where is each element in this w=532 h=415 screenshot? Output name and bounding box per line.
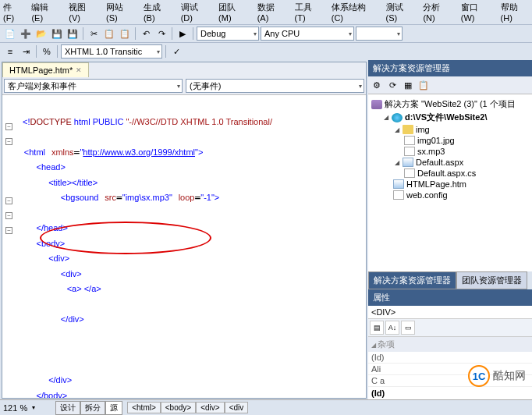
tree-folder-img[interactable]: ◢img	[371, 124, 529, 135]
tab-label: HTMLPage.htm*	[9, 66, 73, 75]
format-icon[interactable]: ≡	[3, 44, 17, 59]
refresh-icon[interactable]: ⟳	[385, 78, 399, 92]
menu-tools[interactable]: 工具(T)	[295, 2, 322, 23]
expand-icon[interactable]: ◢	[382, 114, 389, 121]
explorer-tabstrip: 解决方案资源管理器 团队资源管理器	[368, 271, 532, 289]
menu-edit[interactable]: 编辑(E)	[31, 2, 59, 23]
tab-solution-explorer[interactable]: 解决方案资源管理器	[368, 271, 456, 289]
close-icon[interactable]: ✕	[76, 66, 82, 74]
event-dropdown[interactable]: (无事件)	[186, 79, 364, 93]
categorized-icon[interactable]: ▤	[370, 321, 384, 335]
editor-pane: HTMLPage.htm* ✕ 客户端对象和事件 (无事件) <!DOCTYPE…	[2, 62, 367, 399]
separator	[36, 45, 37, 58]
crumb-div2[interactable]: <div	[225, 402, 249, 413]
outline-toggle[interactable]: −	[5, 227, 12, 234]
indent-icon[interactable]: ⇥	[19, 44, 33, 59]
tab-split[interactable]: 拆分	[80, 401, 105, 415]
crumb-div[interactable]: <div>	[196, 402, 224, 413]
separator	[83, 27, 83, 40]
tree-file[interactable]: web.config	[371, 190, 529, 200]
validate-icon[interactable]: ✓	[169, 44, 183, 59]
tab-team-explorer[interactable]: 团队资源管理器	[456, 271, 527, 289]
redo-icon[interactable]: ↷	[154, 27, 168, 41]
nav-bar: 客户端对象和事件 (无事件)	[2, 77, 366, 95]
solution-icon	[371, 100, 382, 109]
add-item-icon[interactable]: ➕	[19, 27, 33, 41]
prop-row: (Id)	[368, 352, 532, 364]
cut-icon[interactable]: ✂	[87, 27, 101, 41]
watermark: 1C 酷知网	[468, 365, 526, 387]
crumb-body[interactable]: <body>	[161, 402, 196, 413]
tree-file[interactable]: HTMLPage.htm	[371, 179, 529, 190]
comment-icon[interactable]: %	[40, 44, 54, 59]
menu-test[interactable]: 测试(S)	[386, 2, 414, 23]
expand-icon[interactable]: ◢	[393, 126, 400, 133]
menu-architecture[interactable]: 体系结构(C)	[332, 2, 377, 23]
doctype-dropdown[interactable]: XHTML 1.0 Transitic	[61, 44, 162, 59]
menu-debug[interactable]: 调试(D)	[181, 2, 209, 23]
tab-htmlpage[interactable]: HTMLPage.htm* ✕	[2, 62, 89, 77]
prop-category[interactable]: ◢ 杂项	[368, 337, 532, 352]
platform-dropdown[interactable]: Any CPU	[261, 27, 354, 41]
tree-project[interactable]: ◢d:\VS文件\WebSite2\	[371, 111, 529, 124]
tag-breadcrumb: <html> <body> <div> <div	[127, 402, 248, 413]
config-dropdown[interactable]: Debug	[197, 27, 259, 41]
watermark-logo: 1C	[468, 365, 490, 387]
menu-window[interactable]: 窗口(W)	[461, 2, 491, 23]
save-icon[interactable]: 💾	[50, 27, 64, 41]
start-icon[interactable]: ▶	[176, 27, 190, 41]
menu-data[interactable]: 数据(A)	[257, 2, 286, 23]
tree-file[interactable]: Default.aspx.cs	[371, 168, 529, 179]
menubar: 件(F) 编辑(E) 视图(V) 网站(S) 生成(B) 调试(D) 团队(M)…	[0, 0, 532, 24]
tree-file-default[interactable]: ◢Default.aspx	[371, 157, 529, 168]
properties-title: 属性	[368, 289, 532, 306]
menu-view[interactable]: 视图(V)	[69, 2, 97, 23]
alpha-icon[interactable]: A↓	[385, 321, 399, 335]
pages-icon[interactable]: ▭	[401, 321, 415, 335]
menu-analyze[interactable]: 分析(N)	[423, 2, 451, 23]
crumb-html[interactable]: <html>	[127, 402, 161, 413]
zoom-level[interactable]: 121 %	[3, 403, 27, 413]
menu-file[interactable]: 件(F)	[3, 2, 22, 23]
new-project-icon[interactable]: 📄	[3, 27, 17, 41]
outline-toggle[interactable]: −	[5, 212, 12, 219]
save-all-icon[interactable]: 💾	[66, 27, 80, 41]
html-icon	[393, 179, 404, 189]
view-tabs: 设计 拆分 源	[55, 401, 122, 415]
open-icon[interactable]: 📂	[34, 27, 48, 41]
undo-icon[interactable]: ↶	[139, 27, 153, 41]
audio-icon	[404, 147, 415, 156]
image-icon	[404, 136, 415, 145]
properties-icon[interactable]: ⚙	[370, 78, 384, 92]
toolbar-html: ≡ ⇥ % XHTML 1.0 Transitic ✓	[0, 42, 532, 60]
separator	[57, 45, 58, 58]
copy-path-icon[interactable]: 📋	[417, 78, 431, 92]
menu-team[interactable]: 团队(M)	[218, 2, 248, 23]
cs-icon	[404, 168, 415, 178]
outline-toggle[interactable]: −	[5, 138, 12, 145]
menu-help[interactable]: 帮助(H)	[501, 2, 529, 23]
tree-file[interactable]: img01.jpg	[371, 135, 529, 146]
menu-build[interactable]: 生成(B)	[144, 2, 172, 23]
tab-source[interactable]: 源	[105, 401, 122, 415]
outline-toggle[interactable]: −	[5, 123, 12, 130]
separator	[172, 27, 172, 40]
expand-icon[interactable]: ◢	[393, 159, 400, 166]
properties-toolbar: ▤ A↓ ▭	[368, 319, 532, 337]
separator	[165, 45, 166, 58]
tree-solution[interactable]: 解决方案 "WebSite2 (3)" (1 个项目	[371, 98, 529, 111]
tree-file[interactable]: sx.mp3	[371, 146, 529, 157]
zoom-dropdown-icon[interactable]: ▾	[32, 404, 35, 411]
tab-design[interactable]: 设计	[55, 401, 80, 415]
solution-explorer-title: 解决方案资源管理器	[368, 60, 532, 76]
nest-icon[interactable]: ▦	[401, 78, 415, 92]
properties-object[interactable]: <DIV>	[368, 306, 532, 319]
outline-toggle[interactable]: −	[5, 197, 12, 204]
code-editor[interactable]: <!DOCTYPE html PUBLIC "-//W3C//DTD XHTML…	[2, 95, 366, 398]
copy-icon[interactable]: 📋	[102, 27, 116, 41]
find-dropdown[interactable]	[356, 27, 403, 41]
solution-tree[interactable]: 解决方案 "WebSite2 (3)" (1 个项目 ◢d:\VS文件\WebS…	[368, 94, 532, 271]
object-dropdown[interactable]: 客户端对象和事件	[4, 79, 183, 93]
menu-website[interactable]: 网站(S)	[106, 2, 134, 23]
paste-icon[interactable]: 📋	[118, 27, 132, 41]
